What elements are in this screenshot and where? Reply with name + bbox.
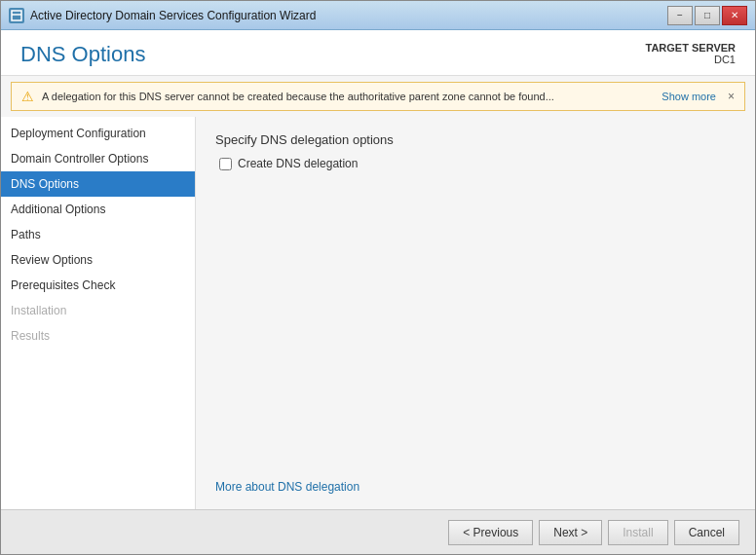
- create-dns-delegation-row: Create DNS delegation: [219, 157, 736, 170]
- sidebar-item-installation: Installation: [1, 298, 195, 323]
- create-dns-delegation-checkbox[interactable]: [219, 158, 232, 170]
- sidebar: Deployment Configuration Domain Controll…: [1, 117, 196, 509]
- main-spacer: [215, 170, 736, 472]
- sidebar-item-review-options[interactable]: Review Options: [1, 247, 195, 273]
- minimize-button[interactable]: −: [667, 6, 693, 25]
- app-icon: [9, 8, 24, 23]
- sidebar-item-deployment-configuration[interactable]: Deployment Configuration: [1, 121, 195, 146]
- header-section: DNS Options TARGET SERVER DC1: [1, 30, 755, 76]
- cancel-button[interactable]: Cancel: [674, 520, 739, 545]
- create-dns-delegation-label: Create DNS delegation: [238, 157, 358, 170]
- next-button[interactable]: Next >: [539, 520, 602, 545]
- dns-delegation-info-link[interactable]: More about DNS delegation: [215, 480, 359, 494]
- sidebar-item-dns-options[interactable]: DNS Options: [1, 171, 195, 197]
- target-server-label: TARGET SERVER: [646, 42, 737, 54]
- sidebar-item-prerequisites-check[interactable]: Prerequisites Check: [1, 273, 195, 298]
- target-server-info: TARGET SERVER DC1: [646, 42, 737, 65]
- main-body: Deployment Configuration Domain Controll…: [1, 117, 755, 509]
- title-bar-controls: − □ ✕: [667, 6, 747, 25]
- previous-button[interactable]: < Previous: [448, 520, 533, 545]
- sidebar-item-paths[interactable]: Paths: [1, 222, 195, 247]
- main-window: Active Directory Domain Services Configu…: [0, 0, 756, 555]
- install-button[interactable]: Install: [608, 520, 667, 545]
- close-button[interactable]: ✕: [722, 6, 747, 25]
- link-section: More about DNS delegation: [215, 480, 736, 494]
- warning-text: A delegation for this DNS server cannot …: [42, 91, 654, 102]
- title-bar: Active Directory Domain Services Configu…: [1, 1, 755, 30]
- main-content: Specify DNS delegation options Create DN…: [196, 117, 755, 509]
- window-title: Active Directory Domain Services Configu…: [30, 9, 316, 22]
- warning-bar: ⚠ A delegation for this DNS server canno…: [11, 82, 745, 111]
- svg-rect-0: [12, 11, 21, 20]
- warning-close-button[interactable]: ×: [728, 90, 735, 103]
- show-more-link[interactable]: Show more: [662, 91, 716, 102]
- content-area: DNS Options TARGET SERVER DC1 ⚠ A delega…: [1, 30, 755, 509]
- sidebar-item-additional-options[interactable]: Additional Options: [1, 197, 195, 222]
- server-name: DC1: [646, 54, 737, 65]
- footer: < Previous Next > Install Cancel: [1, 509, 755, 554]
- maximize-button[interactable]: □: [695, 6, 720, 25]
- page-title: DNS Options: [20, 42, 145, 67]
- section-title: Specify DNS delegation options: [215, 132, 736, 147]
- title-bar-left: Active Directory Domain Services Configu…: [9, 8, 316, 23]
- sidebar-item-results: Results: [1, 323, 195, 349]
- sidebar-item-domain-controller-options[interactable]: Domain Controller Options: [1, 146, 195, 171]
- warning-icon: ⚠: [21, 89, 34, 104]
